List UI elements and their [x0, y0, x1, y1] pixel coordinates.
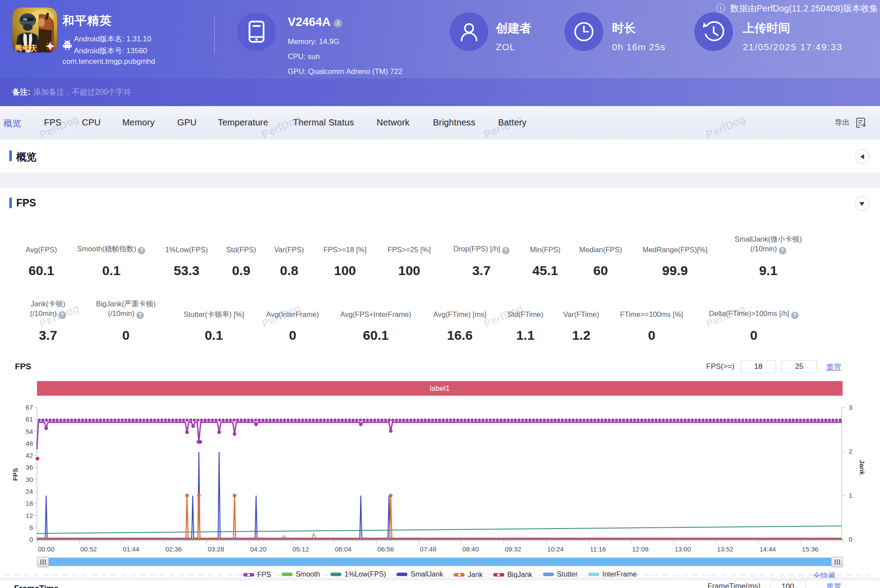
svg-text:36: 36 [26, 463, 33, 471]
svg-text:FPS: FPS [11, 468, 19, 481]
svg-text:67: 67 [26, 404, 33, 411]
svg-text:07:48: 07:48 [420, 545, 436, 553]
svg-text:01:44: 01:44 [123, 545, 139, 553]
svg-text:3: 3 [849, 404, 852, 411]
svg-text:06:04: 06:04 [335, 545, 352, 553]
svg-text:04:20: 04:20 [250, 545, 267, 553]
svg-text:0: 0 [849, 536, 852, 543]
svg-text:54: 54 [26, 428, 33, 435]
svg-text:24: 24 [26, 488, 33, 495]
svg-text:2: 2 [849, 448, 852, 455]
svg-text:Jank: Jank [858, 460, 866, 475]
svg-text:09:32: 09:32 [505, 545, 521, 553]
svg-text:30: 30 [26, 476, 33, 483]
svg-text:61: 61 [26, 415, 33, 423]
svg-text:48: 48 [26, 440, 33, 447]
svg-text:0: 0 [29, 536, 33, 543]
svg-text:06:56: 06:56 [378, 545, 394, 553]
svg-text:13:00: 13:00 [675, 545, 691, 553]
svg-text:05:12: 05:12 [293, 545, 309, 553]
svg-text:02:36: 02:36 [165, 545, 182, 553]
svg-text:1: 1 [849, 492, 852, 499]
svg-text:12:08: 12:08 [632, 545, 649, 553]
svg-text:42: 42 [26, 452, 33, 459]
svg-text:10:24: 10:24 [547, 545, 564, 553]
svg-text:13:52: 13:52 [717, 545, 733, 553]
svg-text:15:36: 15:36 [802, 545, 818, 553]
svg-text:03:28: 03:28 [208, 545, 224, 553]
svg-text:6: 6 [29, 524, 33, 531]
svg-text:11:16: 11:16 [590, 545, 606, 553]
svg-text:12: 12 [26, 512, 33, 519]
svg-text:周年庆: 周年庆 [14, 44, 37, 52]
svg-text:00:52: 00:52 [81, 545, 97, 553]
svg-text:18: 18 [26, 500, 33, 507]
svg-text:00:00: 00:00 [38, 545, 55, 553]
svg-text:08:40: 08:40 [462, 545, 479, 553]
svg-text:14:44: 14:44 [759, 545, 776, 553]
